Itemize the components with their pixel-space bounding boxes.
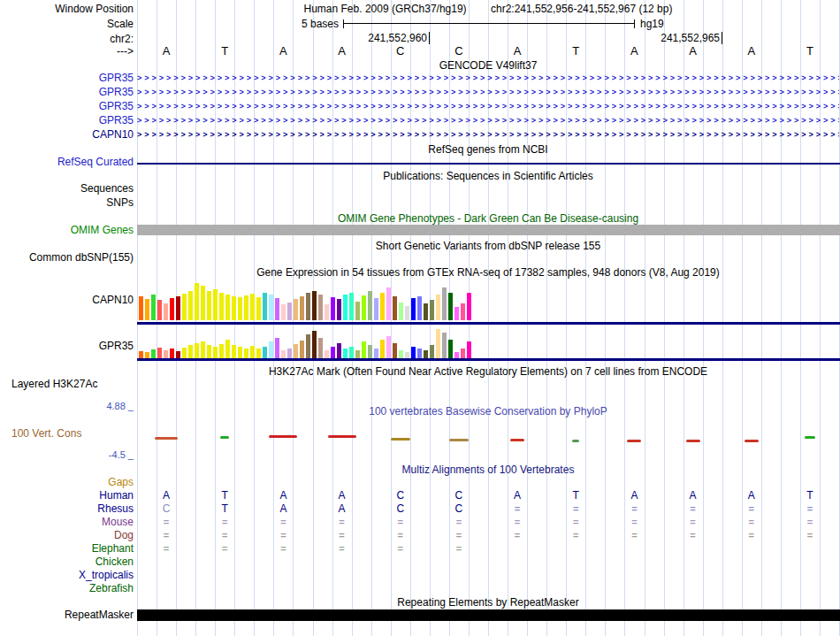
gene-model-gpr35-3[interactable]: >>>>>>>>>>>>>>>>>>>>>>>>>>>>>>>>>>>>>>>>… — [137, 100, 839, 113]
genome-browser: Window Position Human Feb. 2009 (GRCh37/… — [0, 0, 840, 636]
phylop-mark — [269, 435, 297, 438]
gtex-expression-bar — [219, 293, 224, 320]
alignment-row-gaps[interactable]: Gaps — [0, 476, 840, 489]
alignment-row-zebrafish[interactable]: Zebrafish — [0, 582, 840, 595]
gene-label-gpr35-4[interactable]: GPR35 — [0, 114, 134, 126]
gtex-expression-bar — [201, 286, 205, 320]
gtex-expression-bar — [454, 307, 459, 320]
species-label-human[interactable]: Human — [0, 489, 134, 502]
gene-model-gpr35-4[interactable]: >>>>>>>>>>>>>>>>>>>>>>>>>>>>>>>>>>>>>>>>… — [137, 114, 839, 127]
gtex-capn10-chart[interactable] — [139, 281, 471, 320]
species-label-gaps[interactable]: Gaps — [0, 476, 134, 488]
alignment-gap-mark: = — [450, 516, 468, 529]
alignment-row-elephant[interactable]: Elephant ====== — [0, 542, 840, 556]
gtex-expression-bar — [176, 296, 180, 320]
h3k27ac-label[interactable]: Layered H3K27Ac — [11, 378, 97, 390]
gtex-expression-bar — [399, 303, 403, 320]
gtex-gpr35-label[interactable]: GPR35 — [0, 340, 134, 352]
alignment-gap-mark: = — [392, 516, 409, 529]
refseq-gene-bar[interactable] — [137, 163, 840, 165]
chromosome-label: chr2: — [0, 33, 134, 45]
gtex-expression-bar — [232, 345, 236, 358]
alignment-row-human[interactable]: Human ATAACCATAAAT — [0, 489, 840, 502]
refseq-curated-label[interactable]: RefSeq Curated — [0, 156, 134, 168]
alignment-row-dog[interactable]: Dog ============ — [0, 529, 840, 542]
alignment-gap-mark: = — [743, 529, 760, 542]
repeatmasker-label[interactable]: RepeatMasker — [0, 609, 134, 621]
gtex-expression-bar — [331, 347, 335, 358]
gtex-expression-bar — [417, 349, 422, 358]
gene-label-capn10[interactable]: CAPN10 — [0, 128, 134, 141]
omim-title: OMIM Gene Phenotypes - Dark Green Can Be… — [137, 212, 839, 225]
omim-genes-bar[interactable] — [137, 225, 840, 235]
base-letter: A — [625, 44, 643, 57]
dbsnp-title: Short Genetic Variants from dbSNP releas… — [137, 240, 839, 252]
gtex-expression-bar — [454, 352, 459, 358]
gtex-expression-bar — [430, 300, 434, 320]
gtex-expression-bar — [467, 341, 471, 358]
gtex-expression-bar — [430, 345, 434, 358]
gtex-expression-bar — [411, 347, 416, 358]
gtex-expression-bar — [424, 350, 428, 358]
repeatmasker-bar[interactable] — [137, 609, 840, 621]
alignment-row-rhesus[interactable]: Rhesus CTAACC====== — [0, 502, 840, 516]
common-dbsnp-label[interactable]: Common dbSNP(155) — [0, 251, 134, 264]
species-label-xtropicalis[interactable]: X_tropicalis — [0, 569, 134, 581]
alignment-gap-mark: = — [801, 529, 819, 542]
gtex-expression-bar — [176, 351, 180, 358]
alignment-gap-mark: = — [508, 516, 526, 529]
omim-genes-label[interactable]: OMIM Genes — [0, 224, 134, 236]
species-label-chicken[interactable]: Chicken — [0, 556, 134, 568]
gencode-title: GENCODE V49lift37 — [137, 59, 839, 72]
base-letter: A — [508, 44, 526, 57]
gtex-expression-bar — [188, 345, 193, 358]
gtex-expression-bar — [300, 296, 304, 320]
gene-label-gpr35-1[interactable]: GPR35 — [0, 72, 134, 84]
gtex-expression-bar — [213, 347, 218, 358]
gtex-expression-bar — [250, 346, 255, 358]
phylop-mark — [449, 439, 469, 441]
gtex-expression-bar — [355, 302, 360, 320]
snps-label[interactable]: SNPs — [0, 196, 134, 209]
gtex-expression-bar — [405, 352, 409, 358]
alignment-base: A — [274, 489, 292, 502]
alignment-row-chicken[interactable]: Chicken — [0, 556, 840, 569]
gtex-expression-bar — [448, 340, 453, 358]
gtex-expression-bar — [306, 334, 310, 358]
gene-label-gpr35-3[interactable]: GPR35 — [0, 100, 134, 112]
species-label-rhesus[interactable]: Rhesus — [0, 502, 134, 515]
gtex-expression-bar — [325, 304, 329, 320]
alignment-row-xtropicalis[interactable]: X_tropicalis — [0, 569, 840, 582]
species-label-mouse[interactable]: Mouse — [0, 516, 134, 528]
gtex-expression-bar — [225, 295, 230, 320]
window-position-value: Human Feb. 2009 (GRCh37/hg19) chr2:241,5… — [137, 3, 839, 15]
gtex-expression-bar — [461, 349, 465, 358]
gtex-capn10-label[interactable]: CAPN10 — [0, 294, 134, 306]
alignment-gap-mark: = — [567, 502, 584, 516]
h3k27ac-title: H3K27Ac Mark (Often Found Near Active Re… — [137, 365, 839, 378]
phylop-mark — [328, 435, 356, 438]
alignment-gap-mark: = — [450, 529, 468, 542]
scale-value: 5 bases — [137, 18, 339, 30]
gtex-separator-1 — [137, 322, 840, 325]
gtex-expression-bar — [399, 350, 403, 358]
gene-label-gpr35-2[interactable]: GPR35 — [0, 86, 134, 98]
alignment-row-mouse[interactable]: Mouse ============ — [0, 516, 840, 529]
species-label-dog[interactable]: Dog — [0, 529, 134, 541]
gene-model-gpr35-1[interactable]: >>>>>>>>>>>>>>>>>>>>>>>>>>>>>>>>>>>>>>>>… — [137, 72, 839, 85]
alignment-gap-mark: = — [625, 502, 643, 516]
gtex-expression-bar — [151, 349, 156, 358]
gtex-expression-bar — [300, 341, 304, 358]
sequences-label[interactable]: Sequences — [0, 182, 134, 195]
gtex-gpr35-chart[interactable] — [139, 328, 471, 358]
species-label-elephant[interactable]: Elephant — [0, 542, 134, 555]
gene-model-capn10[interactable]: >>>>>>>>>>>>>>>>>>>>>>>>>>>>>>>>>>>>>>>>… — [137, 128, 839, 142]
phylop-signal[interactable] — [0, 433, 840, 446]
gtex-expression-bar — [294, 299, 298, 320]
gtex-expression-bar — [312, 291, 317, 320]
gtex-expression-bar — [331, 297, 335, 320]
alignment-gap-mark: = — [274, 529, 292, 542]
gene-model-gpr35-2[interactable]: >>>>>>>>>>>>>>>>>>>>>>>>>>>>>>>>>>>>>>>>… — [137, 86, 839, 99]
assembly-label: hg19 — [640, 18, 664, 30]
species-label-zebrafish[interactable]: Zebrafish — [0, 582, 134, 594]
